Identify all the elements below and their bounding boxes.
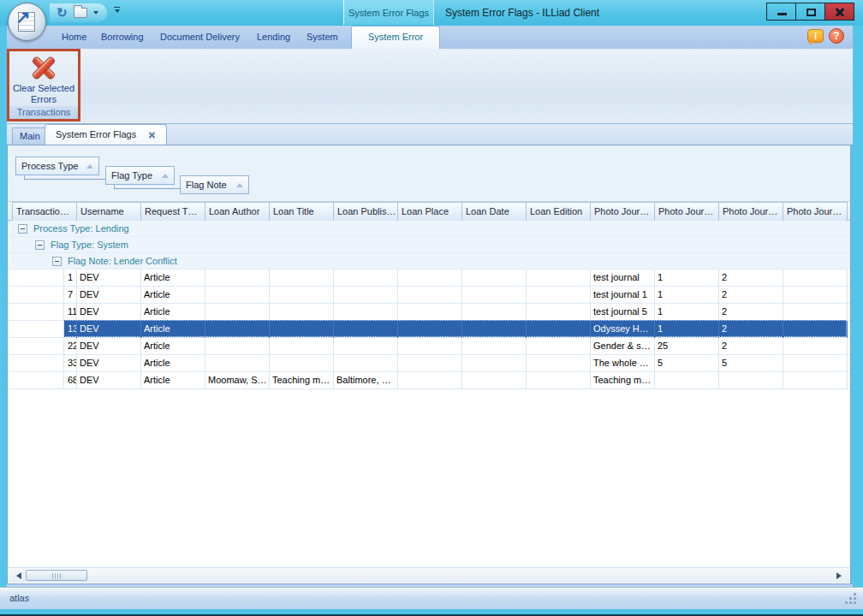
cell bbox=[269, 338, 334, 355]
status-bar: atlas bbox=[0, 587, 863, 609]
group-row-label: Process Type: Lending bbox=[33, 223, 129, 234]
cell: Article bbox=[140, 372, 205, 389]
cell bbox=[718, 372, 783, 389]
table-row[interactable]: 13DEVArticleOdyssey H…12 bbox=[8, 321, 850, 338]
sort-asc-icon bbox=[236, 183, 243, 187]
cell: DEV bbox=[76, 338, 141, 355]
clear-selected-errors-button[interactable]: Clear Selected Errors bbox=[9, 51, 78, 106]
cell: DEV bbox=[76, 304, 141, 321]
cell: Baltimore, … bbox=[333, 372, 398, 389]
refresh-icon[interactable]: ↻ bbox=[57, 7, 68, 19]
document-tab-system-error-flags[interactable]: System Error Flags bbox=[45, 124, 167, 145]
scroll-left-icon[interactable] bbox=[16, 572, 21, 579]
thumb-grip-icon bbox=[52, 573, 61, 579]
horizontal-scrollbar[interactable] bbox=[9, 567, 849, 583]
column-header-8[interactable]: Loan Edition bbox=[526, 202, 591, 221]
group-by-field-process-type[interactable]: Process Type bbox=[15, 157, 99, 175]
application-menu-button[interactable]: ↗ bbox=[8, 3, 46, 41]
cell: Gender & s… bbox=[590, 338, 655, 355]
cell bbox=[526, 304, 591, 321]
column-header-1[interactable]: Username bbox=[76, 202, 141, 221]
cell bbox=[783, 372, 848, 389]
cell bbox=[205, 321, 270, 338]
ribbon-tab-system-error-flags[interactable]: System Error Flags bbox=[351, 26, 440, 49]
cell bbox=[526, 287, 591, 304]
new-folder-icon[interactable] bbox=[74, 8, 87, 18]
column-header-10[interactable]: Photo Jour… bbox=[654, 202, 719, 221]
cell bbox=[461, 287, 527, 304]
group-by-field-flag-type[interactable]: Flag Type bbox=[105, 166, 175, 185]
column-header-7[interactable]: Loan Date bbox=[461, 202, 527, 221]
group-by-field-label: Flag Type bbox=[111, 170, 152, 181]
group-row-level-0[interactable]: Process Type: Lending bbox=[8, 221, 850, 237]
cell bbox=[526, 270, 591, 287]
column-header-11[interactable]: Photo Jour… bbox=[718, 202, 783, 221]
group-row-level-2[interactable]: Flag Note: Lender Conflict bbox=[8, 253, 850, 270]
ribbon-tab-system[interactable]: System bbox=[303, 26, 342, 49]
group-row-label: Flag Type: System bbox=[51, 240, 128, 250]
column-header-12[interactable]: Photo Jour… bbox=[783, 202, 848, 221]
ribbon-body: Clear Selected Errors Transactions bbox=[7, 49, 853, 124]
document-tab-label: Main bbox=[20, 131, 40, 141]
collapse-icon[interactable] bbox=[18, 224, 27, 234]
customize-toolbar-icon[interactable] bbox=[113, 7, 121, 13]
table-row[interactable]: 33DEVArticleThe whole …55 bbox=[8, 355, 850, 372]
column-header-0[interactable]: Transactio… bbox=[12, 202, 77, 221]
cell bbox=[333, 338, 398, 355]
table-row[interactable]: 68DEVArticleMoomaw, S…Teaching m…Baltimo… bbox=[8, 372, 850, 389]
cell: Teaching m… bbox=[269, 372, 334, 389]
window-bottom-frame bbox=[0, 609, 863, 616]
ribbon-tab-lending[interactable]: Lending bbox=[253, 26, 294, 49]
cell bbox=[333, 270, 398, 287]
info-icon[interactable]: i bbox=[807, 29, 824, 43]
cell: DEV bbox=[76, 270, 141, 287]
close-button[interactable] bbox=[824, 3, 854, 21]
cell: 1 bbox=[654, 270, 719, 287]
cell bbox=[269, 321, 334, 338]
tab-close-icon[interactable] bbox=[148, 131, 156, 139]
column-header-9[interactable]: Photo Jour… bbox=[590, 202, 655, 221]
cell: Article bbox=[140, 270, 205, 287]
cell bbox=[397, 287, 462, 304]
document-tab-main[interactable]: Main bbox=[12, 127, 48, 145]
column-header-4[interactable]: Loan Title bbox=[269, 202, 334, 221]
group-by-panel[interactable]: Process TypeFlag TypeFlag Note bbox=[8, 145, 850, 202]
table-row[interactable]: 11DEVArticletest journal 512 bbox=[8, 304, 850, 321]
cell bbox=[783, 287, 848, 304]
column-header-3[interactable]: Loan Author bbox=[205, 202, 270, 221]
help-icon[interactable]: ? bbox=[829, 28, 844, 44]
collapse-icon[interactable] bbox=[35, 240, 45, 250]
cell: 2 bbox=[718, 338, 783, 355]
window-controls bbox=[767, 3, 854, 21]
group-by-field-flag-note[interactable]: Flag Note bbox=[180, 175, 249, 194]
table-row[interactable]: 7DEVArticletest journal 112 bbox=[8, 287, 850, 304]
cell bbox=[333, 287, 398, 304]
column-header-5[interactable]: Loan Publis… bbox=[333, 202, 398, 221]
ribbon-tab-document-delivery[interactable]: Document Delivery bbox=[157, 26, 243, 49]
maximize-button[interactable] bbox=[795, 3, 825, 21]
minimize-button[interactable] bbox=[766, 3, 796, 21]
cell bbox=[526, 372, 591, 389]
table-row[interactable]: 1DEVArticletest journal12 bbox=[8, 270, 850, 287]
document-tab-label: System Error Flags bbox=[56, 125, 136, 145]
cell: Odyssey H… bbox=[590, 321, 655, 338]
column-header-6[interactable]: Loan Place bbox=[397, 202, 462, 221]
cell: DEV bbox=[76, 372, 141, 389]
cell bbox=[397, 270, 462, 287]
ribbon-tab-borrowing[interactable]: Borrowing bbox=[98, 26, 147, 49]
resize-grip-icon[interactable] bbox=[854, 601, 856, 604]
column-header-2[interactable]: Request T… bbox=[140, 202, 205, 221]
cell bbox=[461, 270, 527, 287]
cell bbox=[269, 355, 334, 372]
dropdown-arrow-icon[interactable] bbox=[93, 11, 98, 15]
cell: DEV bbox=[76, 321, 141, 338]
cell: Article bbox=[140, 321, 205, 338]
collapse-icon[interactable] bbox=[52, 257, 62, 266]
cell: test journal bbox=[590, 270, 655, 287]
group-row-level-1[interactable]: Flag Type: System bbox=[8, 237, 850, 253]
scroll-right-icon[interactable] bbox=[836, 572, 842, 579]
ribbon-tab-home[interactable]: Home bbox=[58, 26, 90, 49]
scrollbar-thumb[interactable] bbox=[26, 570, 87, 581]
table-row[interactable]: 22DEVArticleGender & s…252 bbox=[8, 338, 850, 355]
cell bbox=[783, 321, 848, 338]
